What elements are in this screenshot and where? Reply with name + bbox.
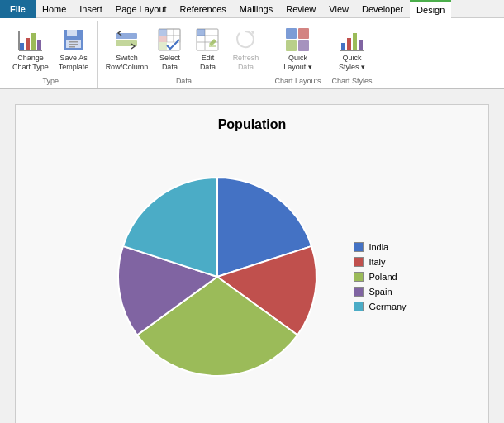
pie-svg	[97, 157, 337, 397]
file-menu[interactable]: File	[0, 0, 36, 18]
ribbon-group-chart-layouts: QuickLayout ▾ Chart Layouts	[269, 21, 326, 88]
type-group-label: Type	[42, 77, 59, 87]
ribbon: ChangeChart Type Save AsTemplate Type	[0, 18, 504, 89]
change-chart-type-icon	[17, 26, 44, 53]
quick-styles-button[interactable]: QuickStyles ▾	[334, 23, 370, 75]
svg-rect-18	[167, 29, 174, 36]
review-menu[interactable]: Review	[279, 0, 322, 18]
legend-label-poland: Poland	[368, 272, 397, 282]
legend-swatch-germany	[354, 302, 364, 311]
edit-data-icon	[194, 26, 221, 53]
change-chart-type-button[interactable]: ChangeChart Type	[8, 23, 53, 75]
insert-menu[interactable]: Insert	[73, 0, 109, 18]
edit-data-label: EditData	[200, 54, 216, 72]
legend-swatch-italy	[354, 257, 364, 267]
svg-rect-11	[69, 46, 75, 48]
legend-item-italy: Italy	[354, 257, 406, 267]
legend-item-germany: Germany	[354, 302, 406, 311]
legend-label-italy: Italy	[368, 257, 385, 267]
chart-layout-buttons: QuickLayout ▾	[279, 23, 316, 75]
quick-styles-icon	[339, 26, 365, 53]
refresh-data-button[interactable]: RefreshData	[227, 23, 264, 75]
svg-rect-15	[159, 29, 167, 36]
quick-layout-button[interactable]: QuickLayout ▾	[279, 23, 316, 75]
svg-rect-0	[20, 43, 24, 50]
svg-rect-35	[353, 33, 357, 50]
svg-rect-2	[31, 33, 36, 50]
legend-swatch-spain	[354, 287, 364, 297]
design-menu[interactable]: Design	[410, 0, 451, 18]
legend-label-india: India	[368, 242, 388, 252]
select-data-label: SelectData	[159, 54, 180, 72]
mailings-menu[interactable]: Mailings	[233, 0, 279, 18]
svg-rect-30	[298, 28, 309, 39]
svg-rect-33	[341, 43, 345, 50]
ribbon-group-type: ChangeChart Type Save AsTemplate Type	[3, 21, 98, 88]
svg-rect-10	[69, 44, 78, 45]
quick-layout-label: QuickLayout ▾	[283, 54, 312, 72]
chart-styles-group-label: Chart Styles	[331, 77, 372, 87]
view-menu[interactable]: View	[322, 0, 355, 18]
developer-menu[interactable]: Developer	[355, 0, 410, 18]
svg-rect-17	[159, 42, 167, 50]
switch-row-column-label: SwitchRow/Column	[106, 54, 149, 72]
save-as-template-button[interactable]: Save AsTemplate	[55, 23, 93, 75]
menu-bar: File Home Insert Page Layout References …	[0, 0, 504, 18]
select-data-icon	[156, 26, 183, 53]
refresh-data-label: RefreshData	[233, 54, 259, 72]
svg-rect-36	[359, 40, 363, 50]
data-buttons: SwitchRow/Column Sele	[103, 23, 264, 75]
type-buttons: ChangeChart Type Save AsTemplate	[8, 23, 93, 75]
chart-legend: India Italy Poland Spain Germany	[354, 242, 406, 311]
ribbon-group-data: SwitchRow/Column Sele	[98, 21, 269, 88]
references-menu[interactable]: References	[174, 0, 233, 18]
quick-styles-label: QuickStyles ▾	[339, 54, 365, 72]
chart-container: Population	[15, 104, 489, 423]
pie-chart	[97, 157, 337, 397]
edit-data-button[interactable]: EditData	[189, 23, 226, 75]
svg-rect-31	[286, 40, 297, 51]
legend-label-germany: Germany	[368, 302, 406, 311]
switch-row-column-button[interactable]: SwitchRow/Column	[103, 23, 150, 75]
refresh-data-icon	[232, 26, 259, 53]
chart-layouts-group-label: Chart Layouts	[274, 77, 321, 87]
ribbon-group-chart-styles: QuickStyles ▾ Chart Styles	[326, 21, 377, 88]
svg-rect-29	[286, 28, 297, 39]
legend-item-poland: Poland	[354, 272, 406, 282]
svg-rect-19	[174, 29, 180, 36]
legend-label-spain: Spain	[368, 287, 392, 297]
svg-rect-32	[298, 40, 309, 51]
legend-item-spain: Spain	[354, 287, 406, 297]
legend-swatch-india	[354, 242, 364, 252]
svg-rect-1	[26, 38, 30, 50]
save-as-template-label: Save AsTemplate	[59, 54, 89, 72]
save-as-template-icon	[60, 26, 87, 53]
chart-area: India Italy Poland Spain Germany	[28, 140, 476, 413]
svg-rect-20	[167, 36, 174, 42]
svg-rect-16	[159, 36, 167, 42]
quick-layout-icon	[284, 26, 311, 53]
data-group-label: Data	[176, 77, 192, 87]
svg-rect-3	[37, 40, 41, 50]
legend-item-india: India	[354, 242, 406, 252]
change-chart-type-label: ChangeChart Type	[12, 54, 49, 72]
page-layout-menu[interactable]: Page Layout	[109, 0, 174, 18]
home-menu[interactable]: Home	[36, 0, 73, 18]
switch-row-column-icon	[113, 26, 140, 53]
svg-rect-34	[347, 38, 351, 50]
chart-title: Population	[218, 117, 287, 132]
svg-rect-7	[67, 30, 77, 36]
legend-swatch-poland	[354, 272, 364, 282]
svg-rect-9	[69, 41, 78, 43]
svg-rect-26	[197, 29, 205, 36]
select-data-button[interactable]: SelectData	[151, 23, 188, 75]
chart-style-buttons: QuickStyles ▾	[334, 23, 370, 75]
